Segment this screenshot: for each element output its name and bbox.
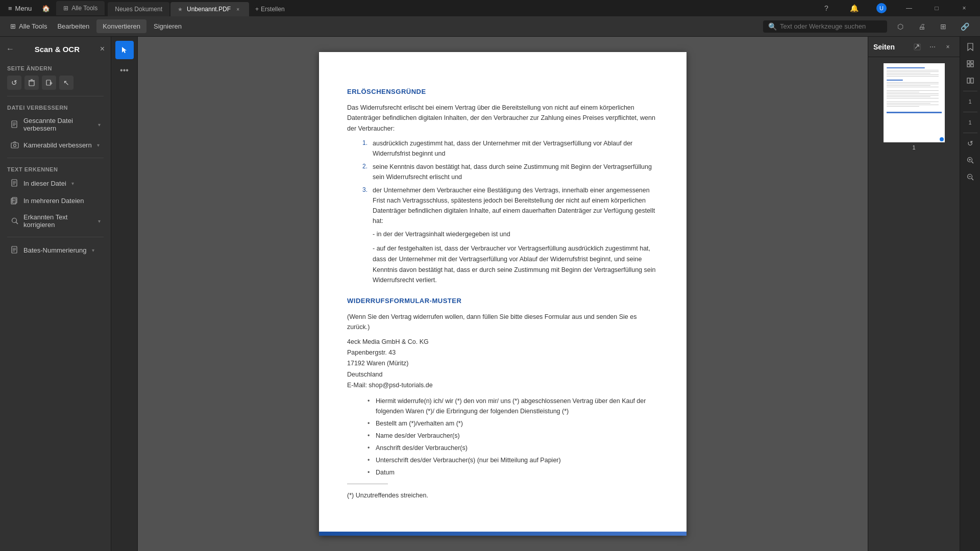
tab-unbenannt[interactable]: ★ Unbenannt.PDF × <box>170 2 249 16</box>
insert-page-button[interactable] <box>42 76 56 90</box>
grid-view-button[interactable] <box>961 56 979 72</box>
menu-label: Menu <box>15 5 32 12</box>
zoom-in-button[interactable] <box>961 152 979 168</box>
delete-page-button[interactable] <box>24 76 39 90</box>
zoom-out-button[interactable] <box>961 169 979 185</box>
grid-icon-menu: ⊞ <box>10 22 16 30</box>
more-tools-button[interactable]: ••• <box>115 61 134 80</box>
page-thumbnail-1[interactable]: 1 <box>884 63 945 151</box>
page-num-1: 1 <box>961 93 979 110</box>
bates-icon <box>10 245 19 255</box>
help-button[interactable]: ? <box>815 0 838 16</box>
svg-rect-30 <box>971 64 973 67</box>
svg-rect-10 <box>11 143 18 148</box>
menu-konvertieren[interactable]: Konvertieren <box>96 19 146 33</box>
menu-bearbeiten[interactable]: Bearbeiten <box>51 19 95 33</box>
back-button[interactable]: ← <box>6 44 14 54</box>
arrow-icon-4: ▾ <box>98 218 101 224</box>
pdf-scroll-area[interactable]: ERLÖSCHENSGRÜNDE Das Widerrufsrecht erli… <box>138 37 868 551</box>
dots-icon: ••• <box>120 66 129 75</box>
footer-text: (*) Unzutreffendes streichen. <box>347 490 658 500</box>
divider-far-right-3 <box>963 133 977 133</box>
svg-rect-27 <box>967 61 970 63</box>
list-item-3: 3. der Unternehmer dem Verbraucher eine … <box>347 185 658 226</box>
seiten-more-button[interactable]: ⋯ <box>926 40 939 54</box>
bullet-text-1: Hiermit widerrufe(n) ich/ wir (*) den vo… <box>376 396 658 416</box>
search-icon: 🔍 <box>768 22 777 31</box>
search-input[interactable] <box>780 22 882 30</box>
bates-nummerierung-label: Bates-Nummerierung <box>23 246 87 254</box>
list-text-3: der Unternehmer dem Verbraucher eine Bes… <box>373 185 658 226</box>
sub-bullet-2: - auf der festgehalten ist, dass der Ver… <box>347 243 658 286</box>
bates-nummerierung-button[interactable]: Bates-Nummerierung ▾ <box>3 242 108 258</box>
section-text-erkennen: TEXT ERKENNEN <box>0 162 111 174</box>
menu-items: Bearbeiten Konvertieren Signieren <box>51 19 763 33</box>
seiten-actions: ⋯ × <box>911 40 954 54</box>
minimize-button[interactable]: — <box>897 0 921 16</box>
bullet-1: • <box>368 396 373 416</box>
home-button[interactable]: 🏠 <box>38 0 54 16</box>
seiten-panel-header: Seiten ⋯ × <box>868 37 960 57</box>
panel-header: ← Scan & OCR × <box>0 37 111 61</box>
tab-neues-label: Neues Dokument <box>115 6 162 13</box>
new-tab-label: Erstellen <box>261 6 285 13</box>
tab-neues[interactable]: Neues Dokument <box>108 2 169 16</box>
search-bar[interactable]: 🔍 <box>763 20 887 33</box>
arrow-icon-1: ▾ <box>98 122 101 128</box>
user-button[interactable]: U <box>870 0 893 16</box>
list-text-1: ausdrücklich zugestimmt hat, dass der Un… <box>373 138 658 159</box>
print-button[interactable]: 🖨 <box>913 17 931 36</box>
page-number-display: 1 <box>968 98 971 105</box>
divider-far-right <box>963 91 977 91</box>
menu-konvertieren-label: Konvertieren <box>103 22 140 30</box>
svg-point-20 <box>12 218 17 223</box>
rotate-button[interactable]: ↺ <box>7 76 21 90</box>
menubar: ⊞ Alle Tools Bearbeiten Konvertieren Sig… <box>0 16 980 37</box>
bullet-text-5: Unterschrift des/der Verbraucher(s) (nur… <box>376 455 561 465</box>
thumb-page-indicator <box>940 137 944 141</box>
list-item-2: 2. seine Kenntnis davon bestätigt hat, d… <box>347 162 658 182</box>
bullet-4: • <box>368 443 373 453</box>
heading-widerrufsformular: WIDERRUFSFORMULAR-MUSTER <box>347 296 658 307</box>
maximize-button[interactable]: □ <box>925 0 948 16</box>
new-tab-button[interactable]: + Erstellen <box>250 2 290 16</box>
bullet-item-1: • Hiermit widerrufe(n) ich/ wir (*) den … <box>347 396 658 416</box>
panel-close-button[interactable]: × <box>100 44 105 54</box>
panel-title: Scan & OCR <box>35 45 80 54</box>
compare-button[interactable] <box>961 72 979 89</box>
bookmark-button[interactable] <box>961 39 979 55</box>
star-icon: ★ <box>178 6 183 13</box>
svg-rect-28 <box>971 61 973 63</box>
seiten-export-button[interactable] <box>911 40 924 54</box>
tab-all-tools[interactable]: ⊞ Alle Tools <box>56 1 105 15</box>
country: Deutschland <box>347 369 658 380</box>
share-button[interactable]: ⬡ <box>891 17 910 36</box>
footer-divider <box>347 484 388 484</box>
menu-signieren[interactable]: Signieren <box>148 19 188 33</box>
gescannte-datei-button[interactable]: Gescannte Datei verbessern ▾ <box>3 113 108 136</box>
in-mehreren-dateien-button[interactable]: In mehreren Dateien <box>3 192 108 209</box>
gescannte-datei-label: Gescannte Datei verbessern <box>23 117 93 132</box>
file-icon-1 <box>10 179 19 188</box>
cursor-tool[interactable] <box>115 41 134 59</box>
notification-button[interactable]: 🔔 <box>842 0 866 16</box>
tab-close-button[interactable]: × <box>234 5 242 13</box>
para-erloschensgrnde: Das Widerrufsrecht erlischt bei einem Ve… <box>347 103 658 134</box>
menu-button[interactable]: ≡ Menu <box>4 0 36 16</box>
close-button[interactable]: × <box>952 0 976 16</box>
view-button[interactable]: ⊞ <box>934 17 952 36</box>
bullet-item-5: • Unterschrift des/der Verbraucher(s) (n… <box>347 455 658 465</box>
city: 17192 Waren (Müritz) <box>347 358 658 369</box>
bullet-text-3: Name des/der Verbraucher(s) <box>376 431 460 441</box>
tab-unbenannt-label: Unbenannt.PDF <box>187 6 231 13</box>
erkannten-text-label: Erkannten Text korrigieren <box>23 213 93 229</box>
link-button[interactable]: 🔗 <box>955 17 974 36</box>
erkannten-text-button[interactable]: Erkannten Text korrigieren ▾ <box>3 210 108 232</box>
sub-bullet-1: - in der der Vertragsinhalt wiedergegebe… <box>347 229 658 240</box>
all-tools-menu[interactable]: ⊞ Alle Tools <box>6 22 51 30</box>
in-dieser-datei-button[interactable]: In dieser Datei ▾ <box>3 175 108 191</box>
kamerabild-button[interactable]: Kamerabild verbessern ▾ <box>3 137 108 153</box>
cursor-tool-button[interactable]: ↖ <box>59 76 74 90</box>
rotate-view-button[interactable]: ↺ <box>961 135 979 152</box>
seiten-close-button[interactable]: × <box>941 40 954 54</box>
